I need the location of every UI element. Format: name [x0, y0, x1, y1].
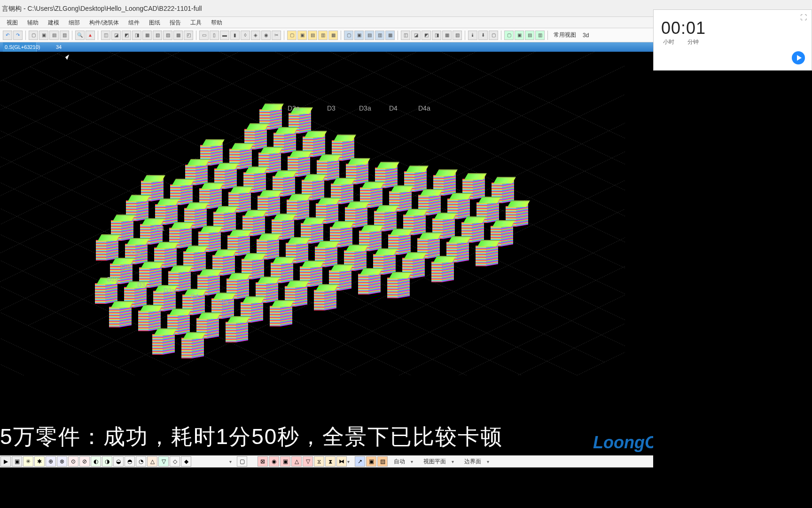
boundary-label[interactable]: 边界面 [459, 458, 487, 466]
menu-view[interactable]: 视图 [2, 17, 23, 28]
dropdown-icon[interactable]: ▾ [347, 459, 354, 464]
menu-assembly[interactable]: 组件 [124, 17, 144, 28]
tool-icon[interactable]: ▣ [515, 31, 524, 40]
snap-icon[interactable]: ▽ [158, 456, 169, 467]
menu-component[interactable]: 构件/浇筑体 [85, 17, 124, 28]
tool-icon[interactable]: ▤ [308, 31, 317, 40]
tool-icon[interactable]: ▦ [385, 31, 395, 40]
tool-icon[interactable]: ◉ [261, 31, 271, 40]
snap-icon[interactable]: ▣ [12, 456, 22, 467]
snap-icon[interactable]: ◉ [269, 456, 279, 467]
tool-icon[interactable]: ▣ [354, 31, 364, 40]
menu-drawing[interactable]: 图纸 [144, 17, 165, 28]
tool-icon[interactable]: ◩ [122, 31, 131, 40]
snap-icon[interactable]: ◑ [102, 456, 112, 467]
tool-icon[interactable]: ◊ [241, 31, 250, 40]
svg-line-34 [0, 133, 495, 375]
snap-icon[interactable]: ◒ [113, 456, 124, 467]
snap-icon[interactable]: ✱ [34, 456, 45, 467]
tool-icon[interactable]: ▯ [210, 31, 219, 40]
snap-icon[interactable]: ◆ [181, 456, 191, 467]
tool-icon[interactable]: ▦ [442, 31, 452, 40]
tool-icon[interactable]: ▢ [287, 31, 297, 40]
tool-icon[interactable]: ▢ [504, 31, 514, 40]
tool-icon[interactable]: ▤ [525, 31, 534, 40]
zoom-icon[interactable]: 🔍 [75, 31, 85, 40]
snap-icon[interactable]: ◔ [136, 456, 146, 467]
expand-icon[interactable]: ⛶ [800, 14, 807, 21]
snap-icon[interactable]: ⧓ [336, 456, 347, 467]
view-dropdown-value[interactable]: 3d [580, 32, 592, 39]
snap-icon[interactable]: ↗ [355, 456, 365, 467]
tool-icon[interactable]: ▢ [489, 31, 498, 40]
tool-icon[interactable]: ▦ [328, 31, 338, 40]
tool-icon[interactable]: ▣ [297, 31, 307, 40]
snap-icon[interactable]: ▣ [280, 456, 290, 467]
tool-icon[interactable]: ▤ [365, 31, 374, 40]
snap-icon[interactable]: ◇ [170, 456, 180, 467]
tool-icon[interactable]: ◪ [411, 31, 421, 40]
tool-icon[interactable]: ▥ [375, 31, 384, 40]
menu-report[interactable]: 报告 [165, 17, 186, 28]
menu-tool[interactable]: 工具 [186, 17, 206, 28]
tool-icon[interactable]: 🌡 [468, 31, 477, 40]
snap-icon[interactable]: ▣ [366, 456, 376, 467]
tool-icon[interactable]: ▦ [142, 31, 152, 40]
snap-icon[interactable]: △ [291, 456, 302, 467]
tool-icon[interactable]: ▢ [344, 31, 353, 40]
tool-icon[interactable]: ◈ [251, 31, 260, 40]
tool-icon[interactable]: ▤ [49, 31, 59, 40]
tool-icon[interactable]: ▮ [230, 31, 240, 40]
viewplane-label[interactable]: 视图平面 [418, 458, 452, 466]
snap-icon[interactable]: ⊕ [46, 456, 56, 467]
dropdown-icon[interactable]: ▾ [452, 459, 459, 464]
menu-model[interactable]: 建模 [43, 17, 64, 28]
tool-icon[interactable]: ▩ [173, 31, 183, 40]
tool-icon[interactable]: ▧ [453, 31, 462, 40]
play-button[interactable] [792, 51, 805, 64]
tool-icon[interactable]: ▥ [318, 31, 328, 40]
cut-icon[interactable]: ✂ [272, 31, 281, 40]
snap-icon[interactable]: ◐ [91, 456, 101, 467]
tool-icon[interactable]: ▢ [29, 31, 38, 40]
snap-icon[interactable]: ⊠ [258, 456, 268, 467]
redo-button[interactable]: ↷ [13, 31, 23, 40]
snap-icon[interactable]: △ [147, 456, 157, 467]
snap-icon[interactable]: ⊙ [68, 456, 78, 467]
tool-icon[interactable]: ▨ [163, 31, 172, 40]
snap-icon[interactable]: ⊗ [57, 456, 67, 467]
tool-icon[interactable]: ◩ [422, 31, 431, 40]
tool-icon[interactable]: ▧ [153, 31, 162, 40]
tool-icon[interactable]: ▭ [199, 31, 209, 40]
tool-icon[interactable]: ◨ [432, 31, 441, 40]
snap-icon[interactable]: ✳ [23, 456, 33, 467]
snap-icon[interactable]: ◓ [125, 456, 135, 467]
dropdown-icon[interactable]: ▾ [229, 459, 236, 464]
auto-label[interactable]: 自动 [388, 458, 411, 466]
tool-icon[interactable]: ◫ [101, 31, 110, 40]
menu-help[interactable]: 帮助 [206, 17, 227, 28]
tool-icon[interactable]: ▥ [60, 31, 69, 40]
tool-icon[interactable]: ▲ [86, 31, 95, 40]
tool-icon[interactable]: ◰ [184, 31, 193, 40]
snap-icon[interactable]: ▢ [237, 456, 247, 467]
dropdown-icon[interactable]: ▾ [487, 459, 494, 464]
tool-icon[interactable]: ▣ [39, 31, 48, 40]
tool-icon[interactable]: ◨ [132, 31, 141, 40]
tool-icon[interactable]: ◫ [401, 31, 410, 40]
tool-icon[interactable]: ⬇ [478, 31, 488, 40]
snap-icon[interactable]: ⊘ [79, 456, 90, 467]
tool-icon[interactable]: ◪ [111, 31, 121, 40]
undo-button[interactable]: ↶ [3, 31, 12, 40]
menu-assist[interactable]: 辅助 [23, 17, 43, 28]
snap-icon[interactable]: ▶ [0, 456, 11, 467]
tool-icon[interactable]: ▬ [220, 31, 229, 40]
snap-icon[interactable]: ▤ [377, 456, 388, 467]
svg-line-26 [112, 52, 625, 310]
snap-icon[interactable]: ▽ [303, 456, 313, 467]
snap-icon[interactable]: ⧖ [314, 456, 324, 467]
dropdown-icon[interactable]: ▾ [411, 459, 418, 464]
snap-icon[interactable]: ⧗ [325, 456, 336, 467]
menu-detail[interactable]: 细部 [64, 17, 85, 28]
tool-icon[interactable]: ▥ [535, 31, 545, 40]
